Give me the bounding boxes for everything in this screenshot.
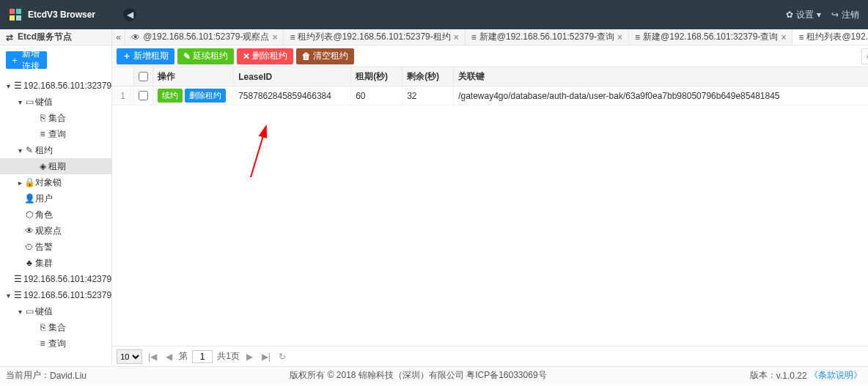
svg-rect-3 [16, 15, 21, 21]
alarm-icon: ⏲ [23, 242, 35, 252]
folder-icon: ▭ [23, 306, 35, 316]
select-all-checkbox[interactable] [139, 72, 148, 81]
tab[interactable]: ≡新建@192.168.56.101:52379-查询× [466, 29, 629, 45]
version: v.1.0.22 [776, 371, 807, 381]
collapse-sidebar-button[interactable]: ◀ [123, 8, 136, 21]
folder-icon: ▭ [23, 97, 35, 107]
tab[interactable]: ≡租约列表@192.168.56.101:32379-租约× [792, 29, 868, 45]
gear-icon: ✿ [786, 10, 793, 20]
add-connection-button[interactable]: ＋新增连接 [6, 51, 47, 69]
delete-lease-button[interactable]: ✕删除租约 [237, 48, 293, 64]
table-row[interactable]: 1 续约 删除租约 7587862845859466384 60 32 /gat… [112, 86, 868, 105]
sidebar-item-roles[interactable]: ⬡角色 [0, 207, 111, 223]
close-icon[interactable]: × [781, 32, 786, 42]
app-title: EtcdV3 Browser [28, 10, 95, 20]
sidebar-item-lease-period[interactable]: ◈租期 [0, 158, 111, 174]
page-total: 共1页 [217, 350, 240, 363]
sidebar-item-alarm[interactable]: ⏲告警 [0, 239, 111, 255]
sidebar-item-query[interactable]: ≡查询 [0, 126, 111, 142]
close-icon[interactable]: × [454, 32, 459, 42]
column-ttl: 租期(秒) [351, 67, 402, 86]
row-renew-button[interactable]: 续约 [158, 89, 183, 103]
plug-icon: ✎ [23, 145, 35, 155]
page-input[interactable] [192, 350, 213, 363]
server-node[interactable]: ▾☰192.168.56.101:32379 [0, 78, 111, 94]
kv-group[interactable]: ▾▭键值 [0, 94, 111, 110]
lock-icon: 🔒 [23, 177, 35, 188]
server-node[interactable]: ▾☰192.168.56.101:52379 [0, 287, 111, 303]
prev-page-button[interactable]: ◀ [163, 351, 174, 363]
list-icon: ≡ [635, 32, 640, 42]
column-checkbox [134, 67, 153, 86]
tab[interactable]: 👁@192.168.56.101:52379-观察点× [125, 29, 284, 45]
tree-icon: ⇄ [6, 32, 13, 42]
list-icon: ≡ [37, 338, 48, 349]
close-icon[interactable]: × [617, 32, 622, 42]
list-icon: ≡ [37, 129, 48, 139]
next-page-button[interactable]: ▶ [244, 351, 256, 363]
renew-lease-button[interactable]: ✎延续租约 [177, 48, 234, 64]
role-icon: ⬡ [23, 209, 35, 220]
first-page-button[interactable]: |◀ [147, 351, 158, 363]
terms-link[interactable]: 《条款说明》 [809, 369, 862, 382]
tag-icon: ◈ [37, 161, 48, 171]
row-checkbox[interactable] [139, 91, 148, 100]
sidebar-item-watch[interactable]: 👁观察点 [0, 223, 111, 239]
logout-icon: ↪ [831, 10, 839, 20]
cell-lease-id: 7587862845859466384 [234, 86, 351, 105]
cell-rownum: 1 [112, 86, 134, 105]
sidebar-item-query[interactable]: ≡查询 [0, 335, 111, 352]
current-user: David.Liu [50, 371, 87, 381]
list-icon: ≡ [798, 32, 803, 42]
collection-icon: ⎘ [37, 113, 48, 123]
logout-button[interactable]: ↪注销 [831, 9, 859, 21]
search-input[interactable] [861, 48, 868, 64]
database-icon: ☰ [12, 81, 23, 91]
column-lease-id: LeaseID [234, 67, 351, 86]
current-user-label: 当前用户： [6, 369, 50, 382]
clear-lease-button[interactable]: 🗑清空租约 [296, 48, 354, 64]
last-page-button[interactable]: ▶| [260, 351, 272, 363]
column-rownum [112, 67, 134, 86]
sidebar-item-lock[interactable]: ▸🔒对象锁 [0, 174, 111, 190]
svg-rect-0 [10, 9, 15, 14]
cell-ttl: 60 [351, 86, 402, 105]
svg-rect-1 [16, 9, 21, 14]
sidebar-item-collection[interactable]: ⎘集合 [0, 110, 111, 126]
new-lease-button[interactable]: ＋新增租期 [117, 48, 174, 64]
svg-line-5 [244, 126, 266, 177]
tab[interactable]: ≡租约列表@192.168.56.101:52379-租约× [284, 29, 465, 45]
version-label: 版本： [750, 369, 776, 382]
sidebar-item-cluster[interactable]: ♣集群 [0, 255, 111, 271]
sidebar-header: Etcd服务节点 [18, 31, 72, 43]
collection-icon: ⎘ [37, 322, 48, 333]
page-size-select[interactable]: 10 [117, 349, 142, 364]
refresh-button[interactable]: ↻ [276, 351, 288, 363]
page-label: 第 [179, 350, 188, 363]
plus-icon: ＋ [10, 54, 19, 67]
eye-icon: 👁 [23, 226, 35, 236]
kv-group[interactable]: ▾▭键值 [0, 303, 111, 319]
app-logo-icon [9, 8, 22, 21]
settings-button[interactable]: ✿设置 ▾ [786, 9, 821, 21]
column-key: 关联键 [454, 67, 868, 86]
list-icon: ≡ [290, 32, 295, 42]
server-node[interactable]: ☰192.168.56.101:42379 [0, 271, 111, 287]
cell-remain: 32 [402, 86, 454, 105]
cluster-icon: ♣ [23, 258, 35, 268]
svg-rect-2 [10, 15, 15, 21]
database-icon: ☰ [12, 274, 23, 284]
list-icon: ≡ [471, 32, 477, 42]
row-delete-button[interactable]: 删除租约 [185, 89, 226, 103]
sidebar-item-collection[interactable]: ⎘集合 [0, 319, 111, 335]
eye-icon: 👁 [131, 32, 140, 42]
column-operation: 操作 [153, 67, 234, 86]
cell-key: /gateway4go/database/auth-data/user-bak/… [454, 86, 868, 105]
tabs-scroll-left-button[interactable]: « [112, 29, 125, 45]
sidebar-item-users[interactable]: 👤用户 [0, 190, 111, 207]
tab[interactable]: ≡新建@192.168.56.101:32379-查询× [629, 29, 792, 45]
close-icon[interactable]: × [272, 32, 277, 42]
lease-group[interactable]: ▾✎租约 [0, 142, 111, 158]
copyright: 版权所有 © 2018 锦翰科技（深圳）有限公司 粤ICP备16033069号 [87, 369, 750, 382]
user-icon: 👤 [23, 193, 35, 204]
